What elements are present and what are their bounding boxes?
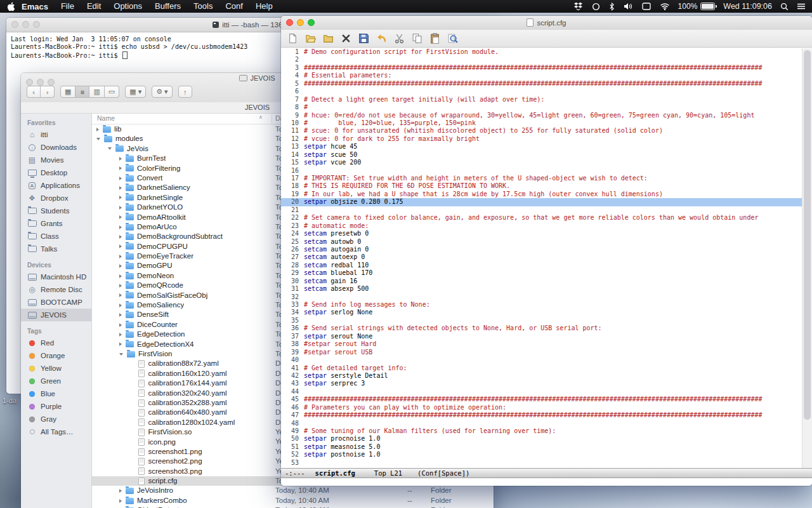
buffer-line[interactable]: 22# Set camera to fixed color balance, g…: [281, 214, 802, 222]
menu-help[interactable]: Help: [249, 0, 279, 13]
buffer-line[interactable]: 41# Get detailed target info:: [281, 364, 802, 372]
disclosure-triangle[interactable]: [119, 499, 122, 503]
disclosure-triangle[interactable]: [119, 323, 122, 327]
sidebar-item-class[interactable]: Class: [21, 230, 91, 243]
buffer-line[interactable]: 43setpar serprec 3: [281, 380, 802, 387]
buffer-line[interactable]: 8#: [281, 104, 802, 111]
buffer-line[interactable]: 42setpar serstyle Detail: [281, 372, 802, 380]
sidebar-item-downloads[interactable]: ↓Downloads: [21, 141, 91, 154]
buffer-line[interactable]: 25setcam autowb 0: [281, 238, 802, 246]
sidebar-item-yellow[interactable]: Yellow: [21, 362, 91, 375]
disclosure-triangle[interactable]: [119, 235, 122, 239]
buffer-line[interactable]: 28setcam redbal 110: [281, 262, 802, 269]
buffer-line[interactable]: 51setpar measnoise 5.0: [281, 443, 802, 451]
scrollbar-thumb[interactable]: [804, 50, 811, 420]
disclosure-triangle[interactable]: [119, 274, 122, 278]
emacs-window[interactable]: script.cfg 1# Demo configuration script …: [281, 16, 812, 486]
app-menu-emacs[interactable]: Emacs: [18, 2, 55, 11]
disclosure-triangle[interactable]: [119, 166, 122, 170]
disclosure-triangle[interactable]: [119, 293, 122, 297]
buffer-line[interactable]: 29setcam bluebal 170: [281, 269, 802, 277]
sidebar-item-dropbox[interactable]: ❖Dropbox: [21, 192, 91, 204]
close-button[interactable]: [340, 32, 352, 44]
search-button[interactable]: [447, 32, 459, 44]
bluetooth-icon[interactable]: [609, 3, 615, 11]
menu-options[interactable]: Options: [107, 0, 148, 13]
buffer-line[interactable]: 16: [281, 167, 802, 175]
sidebar-item-all-tags[interactable]: All Tags…: [21, 425, 91, 438]
buffer-line[interactable]: 18# THIS IS REQUIRED FOR THE 6D POSE EST…: [281, 182, 802, 190]
sidebar-item-itti[interactable]: ⌂itti: [21, 128, 91, 141]
buffer-line[interactable]: 10# blue, 120=blue, 135=purple, 150=pink: [281, 119, 802, 127]
buffer-line[interactable]: 17# IMPORTANT: Set true width and height…: [281, 175, 802, 182]
buffer-line[interactable]: 26setcam autogain 0: [281, 246, 802, 253]
buffer-line[interactable]: 49# Some tuning of our Kalman filters (u…: [281, 427, 802, 435]
buffer-line[interactable]: 30setcam gain 16: [281, 277, 802, 285]
disclosure-triangle[interactable]: [119, 353, 123, 356]
buffer-line[interactable]: 24setcam presetwb 0: [281, 230, 802, 237]
disclosure-triangle[interactable]: [119, 333, 122, 337]
view-coverflow-button[interactable]: ▭: [105, 86, 119, 98]
buffer-line[interactable]: 40: [281, 356, 802, 364]
disclosure-triangle[interactable]: [119, 186, 122, 190]
buffer-line[interactable]: 4# Essential parameters:: [281, 72, 802, 79]
buffer-line[interactable]: 50setpar procnoise 1.0: [281, 435, 802, 443]
menubar-clock[interactable]: Wed 11:09:06: [723, 2, 772, 11]
disclosure-triangle[interactable]: [119, 284, 122, 288]
disclosure-triangle[interactable]: [119, 225, 122, 229]
copy-button[interactable]: [411, 32, 423, 44]
disclosure-triangle[interactable]: [96, 128, 99, 131]
column-divider[interactable]: [272, 114, 272, 123]
save-button[interactable]: [358, 32, 370, 44]
sidebar-item-talks[interactable]: Talks: [21, 243, 91, 255]
emacs-scrollbar[interactable]: [802, 48, 812, 468]
view-list-button[interactable]: ≡: [75, 86, 89, 98]
disclosure-triangle[interactable]: [119, 196, 122, 199]
buffer-line[interactable]: 5#######################################…: [281, 80, 802, 88]
dropbox-icon[interactable]: [573, 2, 583, 11]
sidebar-item-students[interactable]: Students: [21, 204, 91, 217]
buffer-line[interactable]: 52setpar postnoise 1.0: [281, 451, 802, 458]
buffer-line[interactable]: 37setpar serout None: [281, 333, 802, 340]
disclosure-triangle[interactable]: [119, 264, 122, 268]
disclosure-triangle[interactable]: [119, 342, 122, 346]
buffer-line[interactable]: 45######################################…: [281, 396, 802, 403]
sidebar-item-bootcamp[interactable]: BOOTCAMP: [21, 296, 91, 309]
emacs-buffer[interactable]: 1# Demo configuration script for FirstVi…: [281, 48, 802, 468]
sidebar-item-blue[interactable]: Blue: [21, 387, 91, 400]
buffer-line[interactable]: 7# Detect a light green target initially…: [281, 96, 802, 104]
apple-menu-icon[interactable]: [4, 2, 18, 11]
buffer-line[interactable]: 46# Parameters you can play with to opti…: [281, 404, 802, 411]
disclosure-triangle[interactable]: [108, 147, 112, 150]
sidebar-item-gray[interactable]: Gray: [21, 413, 91, 425]
disclosure-triangle[interactable]: [119, 206, 122, 210]
action-button[interactable]: ⚙ ▾: [152, 86, 172, 98]
buffer-line[interactable]: 20setpar objsize 0.280 0.175: [281, 198, 802, 206]
disclosure-triangle[interactable]: [96, 138, 100, 140]
buffer-line[interactable]: 35: [281, 317, 802, 324]
buffer-line[interactable]: 11# scue: 0 for unsaturated (whitish dis…: [281, 127, 802, 135]
sidebar-item-green[interactable]: Green: [21, 375, 91, 387]
forward-button[interactable]: ›: [41, 86, 55, 98]
buffer-line[interactable]: 32: [281, 293, 802, 301]
disclosure-triangle[interactable]: [119, 313, 122, 317]
buffer-line[interactable]: 6: [281, 88, 802, 95]
open-folder-button[interactable]: [304, 32, 317, 44]
sidebar-item-orange[interactable]: Orange: [21, 349, 91, 362]
emacs-minibuffer[interactable]: [281, 478, 812, 486]
buffer-line[interactable]: 48: [281, 420, 802, 427]
sidebar-item-red[interactable]: Red: [21, 337, 91, 349]
disclosure-triangle[interactable]: [119, 157, 122, 161]
buffer-line[interactable]: 23# automatic mode:: [281, 222, 802, 230]
desktop-icon-label[interactable]: 1-da: [3, 397, 16, 404]
app-icon[interactable]: [642, 3, 651, 10]
file-row[interactable]: MarkersComboToday, 10:40 AM--Folder: [92, 496, 494, 505]
buffer-line[interactable]: 44: [281, 388, 802, 396]
new-file-button[interactable]: [287, 32, 299, 44]
dired-button[interactable]: [322, 32, 334, 44]
volume-icon[interactable]: [624, 3, 633, 10]
buffer-line[interactable]: 21: [281, 206, 802, 214]
sidebar-item-movies[interactable]: ▤Movies: [21, 154, 91, 166]
file-row[interactable]: ObjectDetectToday, 10:40 AM--Folder: [92, 505, 494, 508]
buffer-line[interactable]: 15setpar vcue 200: [281, 159, 802, 166]
